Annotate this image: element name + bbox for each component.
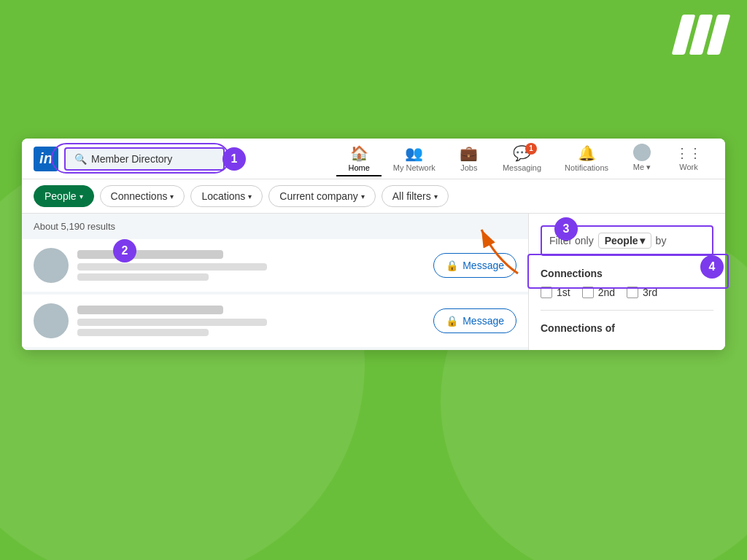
- all-filters-button[interactable]: All filters ▾: [382, 185, 449, 207]
- second-checkbox[interactable]: [582, 287, 594, 298]
- people-filter-label: People: [44, 190, 77, 202]
- connections-of-section: Connections of: [541, 310, 713, 334]
- person-detail-placeholder-2: [77, 273, 209, 281]
- message-button[interactable]: 🔒 Message: [433, 308, 516, 333]
- people-filter-button[interactable]: People ▾: [34, 185, 94, 207]
- nav-work-label: Work: [679, 163, 697, 171]
- person-detail-placeholder-2: [77, 329, 209, 336]
- message-label: Message: [462, 260, 504, 271]
- step-4-badge: 4: [700, 255, 724, 279]
- third-connection-option: 3rd: [627, 287, 657, 298]
- nav-center: 🏠 Home 👥 My Network 💼 Jobs 💬 1 Messaging…: [336, 141, 713, 176]
- current-company-filter-button[interactable]: Current company ▾: [268, 185, 375, 207]
- work-grid-icon: ⋮⋮: [676, 145, 702, 161]
- nav-item-notifications[interactable]: 🔔 Notifications: [553, 141, 620, 176]
- nav-home-label: Home: [348, 163, 369, 172]
- connections-filter-arrow: ▾: [170, 192, 174, 201]
- locations-filter-arrow: ▾: [248, 192, 252, 201]
- nav-item-messaging[interactable]: 💬 1 Messaging: [491, 141, 553, 176]
- results-area: About 5,190 results 🔒 Message: [22, 214, 725, 350]
- search-icon: 🔍: [74, 153, 87, 165]
- jobs-icon: 💼: [460, 144, 478, 162]
- nav-item-me[interactable]: Me ▾: [620, 141, 664, 176]
- messaging-badge: 1: [525, 143, 537, 155]
- third-checkbox[interactable]: [627, 287, 638, 298]
- nav-item-home[interactable]: 🏠 Home: [336, 141, 381, 176]
- all-filters-arrow: ▾: [434, 192, 438, 201]
- current-company-filter-label: Current company: [279, 190, 357, 202]
- step-1-badge: 1: [222, 147, 246, 171]
- table-row: 🔒 Message: [22, 295, 528, 347]
- third-label: 3rd: [643, 287, 657, 298]
- connections-title: Connections: [541, 268, 713, 279]
- connections-filter-label: Connections: [111, 190, 168, 202]
- results-list: About 5,190 results 🔒 Message: [22, 214, 528, 350]
- filter-people-label: People: [605, 235, 638, 246]
- nav-notifications-label: Notifications: [565, 163, 608, 172]
- filter-bar: People ▾ Connections ▾ Locations ▾ Curre…: [22, 179, 725, 214]
- table-row: 🔒 Message: [22, 239, 528, 292]
- nav-item-work[interactable]: ⋮⋮ Work: [664, 142, 713, 176]
- person-name-placeholder: [77, 306, 223, 314]
- results-header: About 5,190 results: [22, 214, 528, 239]
- brand-logo: [677, 15, 725, 55]
- person-name-placeholder: [77, 250, 223, 259]
- nav-me-label: Me ▾: [633, 163, 651, 172]
- person-detail-placeholder-1: [77, 263, 267, 271]
- linkedin-logo: in: [34, 147, 58, 171]
- second-connection-option: 2nd: [582, 287, 615, 298]
- lock-icon: 🔒: [446, 260, 458, 271]
- message-label: Message: [462, 315, 504, 327]
- people-filter-arrow: ▾: [80, 192, 83, 201]
- message-button[interactable]: 🔒 Message: [433, 253, 516, 278]
- step-3-badge: 3: [554, 217, 578, 241]
- search-bar[interactable]: 🔍: [64, 147, 225, 171]
- step-2-badge: 2: [113, 239, 136, 262]
- all-filters-label: All filters: [392, 190, 431, 202]
- nav-item-jobs[interactable]: 💼 Jobs: [447, 141, 491, 176]
- avatar: [34, 248, 69, 283]
- nav-messaging-label: Messaging: [503, 163, 541, 172]
- locations-filter-label: Locations: [201, 190, 245, 202]
- connections-of-title: Connections of: [541, 322, 713, 334]
- person-detail-placeholder-1: [77, 319, 267, 326]
- locations-filter-button[interactable]: Locations ▾: [190, 185, 263, 207]
- nav-network-label: My Network: [393, 163, 436, 172]
- second-label: 2nd: [598, 287, 615, 298]
- me-avatar-icon: [633, 144, 651, 161]
- results-count: About 5,190 results: [34, 221, 115, 232]
- filter-people-arrow: ▾: [640, 235, 645, 246]
- first-label: 1st: [557, 287, 570, 298]
- nav-item-network[interactable]: 👥 My Network: [382, 141, 447, 176]
- first-checkbox[interactable]: [541, 287, 552, 298]
- home-icon: 🏠: [350, 144, 368, 162]
- connection-options: 1st 2nd 3rd: [541, 287, 713, 298]
- filter-by-label: by: [656, 235, 667, 246]
- search-input[interactable]: [91, 153, 208, 165]
- lock-icon: 🔒: [446, 315, 458, 327]
- filter-people-dropdown[interactable]: People ▾: [598, 233, 651, 249]
- connections-section: Connections 1st 2nd 3rd: [541, 268, 713, 298]
- network-icon: 👥: [405, 144, 423, 162]
- connections-filter-button[interactable]: Connections ▾: [100, 185, 185, 207]
- navbar: in 🔍 🏠 Home 👥 My Network 💼 Jobs 💬 1: [22, 139, 725, 179]
- nav-jobs-label: Jobs: [460, 163, 477, 172]
- person-info: [77, 306, 425, 336]
- first-connection-option: 1st: [541, 287, 570, 298]
- avatar: [34, 303, 69, 338]
- current-company-arrow: ▾: [361, 192, 365, 201]
- notifications-icon: 🔔: [578, 144, 596, 162]
